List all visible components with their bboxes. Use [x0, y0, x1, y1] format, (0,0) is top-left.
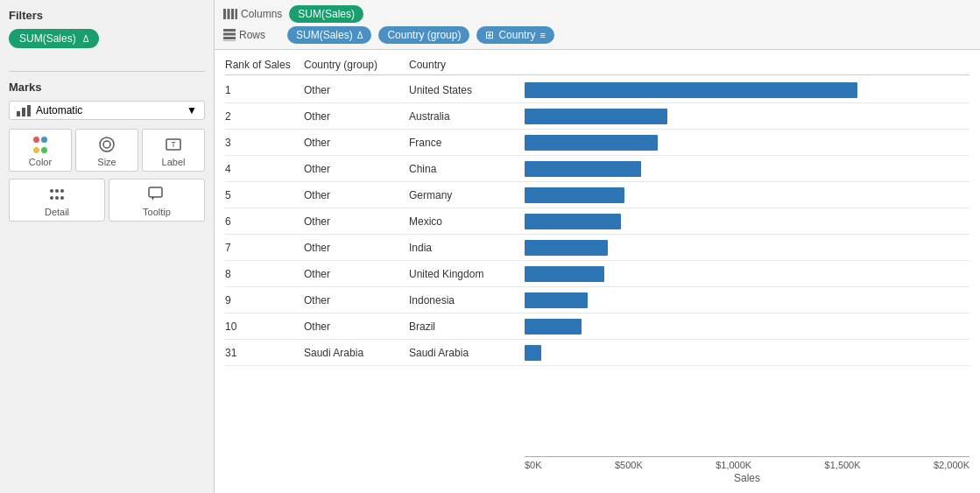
cell-group: Other — [304, 160, 409, 178]
chart-rows: 1OtherUnited States2OtherAustralia3Other… — [225, 77, 969, 453]
columns-text: Columns — [241, 8, 282, 20]
table-row: 1OtherUnited States — [225, 77, 969, 103]
svg-rect-19 — [223, 29, 236, 32]
svg-point-8 — [55, 189, 59, 193]
svg-rect-21 — [223, 37, 236, 39]
header-group: Country (group) — [304, 59, 409, 71]
right-panel: Columns SUM(Sales) Rows SUM(Sales) Δ — [215, 0, 980, 493]
rows-country-grid-icon: ⊞ — [485, 29, 494, 41]
label-label: Label — [162, 157, 186, 167]
bar-visual — [525, 240, 608, 256]
svg-rect-2 — [27, 105, 31, 116]
cell-group: Other — [304, 213, 409, 230]
cell-rank: 5 — [225, 187, 304, 204]
detail-label: Detail — [45, 207, 69, 217]
bar-visual — [525, 109, 667, 124]
color-label: Color — [29, 157, 52, 167]
svg-rect-18 — [236, 9, 238, 19]
bar-visual — [525, 161, 641, 177]
columns-pill-label: SUM(Sales) — [298, 8, 355, 20]
marks-property-grid: Color Size T Label — [9, 129, 205, 172]
svg-rect-17 — [231, 9, 234, 19]
tooltip-label: Tooltip — [143, 207, 171, 217]
svg-text:T: T — [171, 140, 176, 149]
rows-sum-sales-label: SUM(Sales) — [296, 29, 353, 41]
filter-delta: Δ — [83, 34, 89, 44]
bar-visual — [525, 214, 621, 229]
label-mark[interactable]: T Label — [142, 129, 205, 172]
table-row: 3OtherFrance — [225, 130, 969, 156]
cell-rank: 6 — [225, 213, 304, 230]
cell-country: China — [409, 160, 523, 178]
bar-visual — [525, 135, 658, 151]
bar-visual — [525, 266, 604, 282]
x-axis-tick: $1,000K — [716, 460, 751, 470]
svg-rect-16 — [228, 9, 230, 19]
chart-table: Rank of Sales Country (group) Country 1O… — [225, 59, 969, 484]
chart-header: Rank of Sales Country (group) Country — [225, 59, 969, 75]
cell-group: Saudi Arabia — [304, 344, 409, 362]
size-mark[interactable]: Size — [75, 129, 138, 172]
dropdown-arrow-icon: ▼ — [187, 104, 197, 116]
cell-country: France — [409, 134, 523, 151]
bar-visual — [525, 345, 541, 361]
rows-text: Rows — [239, 29, 265, 41]
x-axis-tick: $500K — [615, 460, 643, 470]
cell-bar — [523, 103, 969, 129]
cell-country: Indonesia — [409, 292, 523, 309]
cell-bar — [523, 208, 969, 234]
x-axis-tick: $1,500K — [825, 460, 861, 470]
header-rank: Rank of Sales — [225, 59, 304, 71]
cell-rank: 3 — [225, 134, 304, 151]
cell-rank: 4 — [225, 160, 304, 178]
cell-country: Mexico — [409, 213, 523, 230]
svg-rect-0 — [17, 111, 20, 116]
cell-bar — [523, 130, 969, 155]
tooltip-mark[interactable]: Tooltip — [109, 179, 205, 222]
filters-title: Filters — [9, 9, 205, 22]
columns-icon — [223, 9, 237, 19]
table-row: 5OtherGermany — [225, 182, 969, 208]
cell-rank: 8 — [225, 265, 304, 283]
svg-point-12 — [60, 196, 64, 200]
color-mark[interactable]: Color — [9, 129, 72, 172]
size-icon — [97, 135, 116, 154]
table-row: 9OtherIndonesia — [225, 287, 969, 313]
marks-dropdown-label: Automatic — [36, 104, 82, 116]
bar-visual — [525, 82, 857, 98]
cell-country: Saudi Arabia — [409, 344, 523, 362]
color-icon — [31, 135, 50, 154]
svg-point-4 — [103, 141, 110, 148]
svg-rect-20 — [223, 33, 236, 36]
detail-mark[interactable]: Detail — [9, 179, 105, 222]
rows-sum-sales-pill[interactable]: SUM(Sales) Δ — [287, 26, 371, 44]
rows-country-group-pill[interactable]: Country (group) — [378, 26, 469, 44]
marks-section: Marks Automatic ▼ — [9, 81, 205, 222]
marks-type-dropdown[interactable]: Automatic ▼ — [9, 101, 205, 120]
cell-bar — [523, 287, 969, 313]
rows-shelf: Rows SUM(Sales) Δ Country (group) ⊞ Coun… — [223, 26, 971, 44]
table-row: 10OtherBrazil — [225, 313, 969, 340]
tooltip-icon — [147, 185, 166, 204]
cell-group: Other — [304, 265, 409, 283]
svg-rect-1 — [22, 108, 25, 116]
cell-country: Germany — [409, 187, 523, 204]
table-row: 6OtherMexico — [225, 208, 969, 235]
shelf-area: Columns SUM(Sales) Rows SUM(Sales) Δ — [215, 0, 980, 50]
svg-point-9 — [60, 189, 64, 193]
x-axis: $0K$500K$1,000K$1,500K$2,000K Sales — [525, 453, 969, 484]
cell-bar — [523, 156, 969, 181]
cell-group: Other — [304, 81, 409, 99]
x-axis-ticks: $0K$500K$1,000K$1,500K$2,000K — [525, 456, 969, 470]
cell-country: Australia — [409, 108, 523, 125]
cell-rank: 10 — [225, 318, 304, 335]
rows-icon — [223, 29, 236, 41]
cell-bar — [523, 77, 969, 102]
cell-bar — [523, 313, 969, 339]
columns-label: Columns — [223, 8, 282, 20]
svg-point-10 — [50, 196, 53, 200]
rows-country-pill[interactable]: ⊞ Country ≡ — [476, 26, 553, 44]
filter-pill[interactable]: SUM(Sales) Δ — [9, 29, 99, 48]
columns-sum-sales-pill[interactable]: SUM(Sales) — [289, 5, 363, 23]
cell-bar — [523, 182, 969, 208]
